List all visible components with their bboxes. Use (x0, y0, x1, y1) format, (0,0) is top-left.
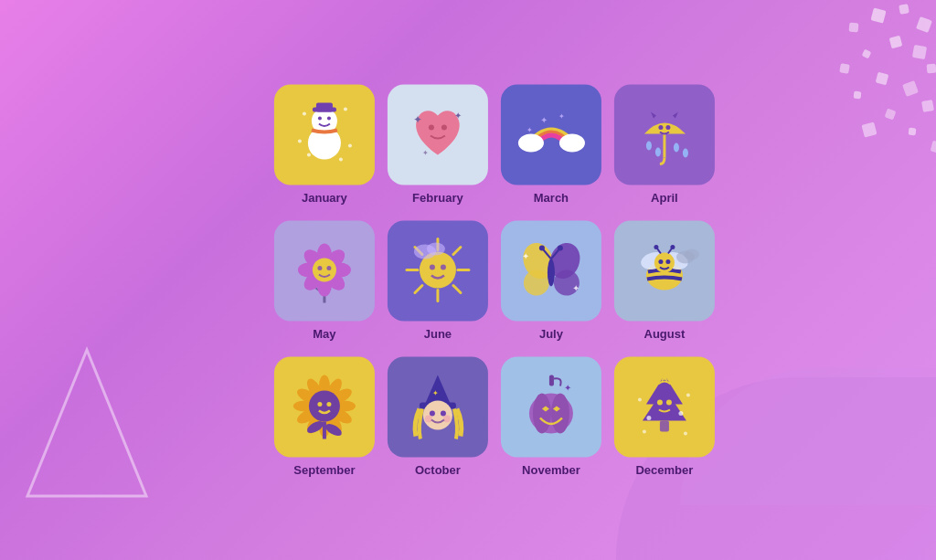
svg-point-71 (426, 243, 444, 256)
svg-point-116 (429, 411, 434, 417)
month-card-july: ✦ ✦ (501, 220, 601, 321)
svg-rect-11 (839, 63, 850, 74)
svg-point-43 (673, 143, 678, 153)
svg-point-35 (517, 134, 543, 153)
svg-point-29 (338, 158, 342, 162)
svg-rect-21 (315, 103, 332, 112)
svg-point-76 (547, 259, 554, 287)
svg-point-24 (302, 112, 305, 116)
svg-point-46 (665, 125, 670, 130)
month-label-august: August (644, 326, 686, 340)
svg-rect-127 (659, 421, 668, 432)
svg-point-23 (326, 117, 330, 121)
svg-point-57 (317, 266, 322, 270)
calendar-grid: January ✦ ✦ ✦ February (274, 84, 715, 476)
month-card-march: ✦ ✦ ✦ (501, 84, 601, 185)
month-item-october[interactable]: ✦ October (388, 356, 488, 476)
svg-line-64 (452, 286, 460, 293)
svg-point-128 (656, 400, 662, 406)
svg-rect-9 (876, 72, 889, 86)
svg-point-42 (654, 148, 660, 157)
svg-rect-6 (912, 45, 927, 59)
month-label-june: June (424, 326, 452, 340)
month-card-november: ✦ (501, 356, 601, 457)
svg-point-136 (683, 432, 686, 436)
month-card-may (274, 220, 375, 321)
month-label-january: January (302, 190, 347, 204)
svg-rect-16 (909, 128, 917, 136)
svg-point-58 (326, 266, 331, 270)
month-item-november[interactable]: ✦ November (501, 356, 601, 476)
month-label-november: November (522, 462, 580, 476)
month-card-august (614, 220, 715, 321)
month-item-december[interactable]: December (614, 356, 715, 476)
svg-line-65 (452, 248, 460, 255)
svg-point-31 (441, 125, 446, 131)
svg-point-129 (665, 400, 671, 406)
month-item-august[interactable]: August (614, 220, 715, 340)
svg-point-87 (658, 259, 663, 264)
svg-point-88 (665, 259, 670, 264)
month-label-october: October (415, 462, 461, 476)
svg-text:✦: ✦ (421, 149, 428, 157)
svg-point-26 (297, 140, 301, 143)
svg-rect-5 (889, 36, 903, 49)
month-item-september[interactable]: September (274, 356, 375, 476)
svg-point-56 (312, 259, 335, 282)
svg-point-27 (347, 144, 351, 148)
svg-point-109 (326, 402, 331, 407)
svg-point-135 (642, 430, 645, 434)
svg-point-28 (306, 153, 310, 157)
month-card-december (614, 356, 715, 457)
svg-point-115 (422, 401, 452, 430)
svg-point-41 (645, 142, 651, 151)
month-item-may[interactable]: May (274, 220, 375, 340)
month-label-july: July (539, 326, 563, 340)
svg-line-66 (414, 286, 421, 293)
svg-point-131 (646, 416, 651, 420)
svg-rect-4 (849, 23, 859, 33)
svg-rect-14 (885, 109, 897, 121)
svg-text:✦: ✦ (431, 389, 438, 397)
month-item-february[interactable]: ✦ ✦ ✦ February (388, 84, 488, 204)
svg-rect-7 (862, 49, 872, 59)
month-item-march[interactable]: ✦ ✦ ✦ March (501, 84, 601, 204)
svg-point-119 (442, 416, 450, 423)
svg-point-123 (550, 394, 569, 434)
svg-rect-10 (902, 80, 919, 97)
svg-point-133 (637, 398, 641, 402)
svg-rect-3 (916, 16, 932, 33)
svg-point-92 (670, 245, 675, 249)
month-item-april[interactable]: April (614, 84, 715, 204)
confetti-area (707, 0, 936, 183)
month-label-september: September (293, 462, 355, 476)
svg-rect-12 (854, 91, 862, 100)
svg-point-94 (684, 249, 698, 260)
svg-point-122 (532, 394, 550, 434)
svg-text:✦: ✦ (526, 126, 532, 134)
svg-point-108 (317, 402, 322, 407)
month-label-april: April (651, 190, 678, 204)
svg-marker-0 (27, 350, 146, 496)
svg-point-118 (424, 416, 431, 423)
month-label-february: February (412, 190, 463, 204)
month-card-january (274, 84, 375, 185)
svg-text:✦: ✦ (453, 111, 461, 121)
bg-wave2 (680, 368, 936, 505)
month-card-april (614, 84, 715, 185)
svg-text:✦: ✦ (521, 251, 528, 261)
svg-rect-15 (861, 122, 877, 137)
svg-rect-13 (921, 100, 934, 112)
svg-rect-8 (927, 64, 936, 74)
svg-point-45 (658, 125, 663, 130)
deco-triangle (18, 341, 155, 505)
svg-rect-17 (931, 141, 936, 154)
svg-point-117 (440, 411, 445, 417)
svg-text:✦: ✦ (571, 283, 579, 293)
month-item-june[interactable]: June (388, 220, 488, 340)
month-item-january[interactable]: January (274, 84, 375, 204)
svg-rect-1 (870, 7, 886, 23)
month-item-july[interactable]: ✦ ✦ July (501, 220, 601, 340)
svg-point-44 (682, 149, 687, 158)
svg-text:✦: ✦ (539, 115, 547, 125)
